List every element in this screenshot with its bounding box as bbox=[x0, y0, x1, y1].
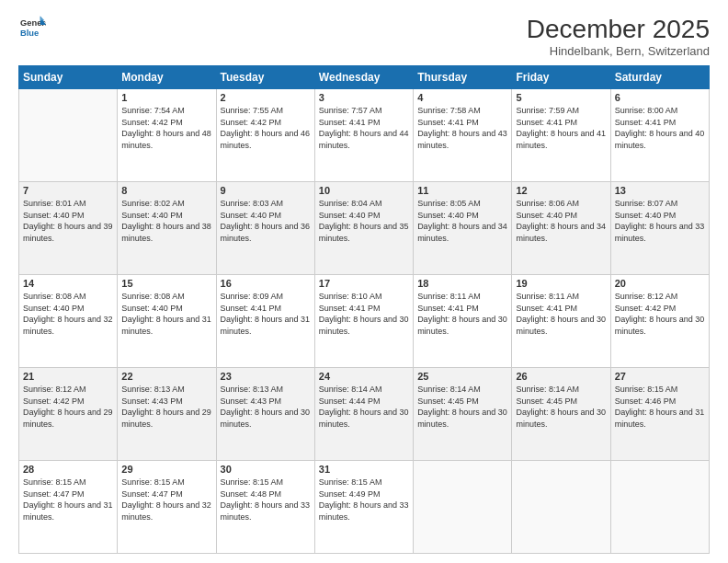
day-number: 10 bbox=[319, 185, 409, 196]
table-row: 10Sunrise: 8:04 AMSunset: 4:40 PMDayligh… bbox=[314, 182, 413, 275]
col-monday: Monday bbox=[118, 66, 216, 89]
calendar-week-row: 21Sunrise: 8:12 AMSunset: 4:42 PMDayligh… bbox=[19, 368, 710, 461]
title-section: December 2025 Hindelbank, Bern, Switzerl… bbox=[527, 15, 710, 58]
table-row: 30Sunrise: 8:15 AMSunset: 4:48 PMDayligh… bbox=[216, 461, 314, 554]
day-number: 19 bbox=[516, 278, 606, 289]
day-info: Sunrise: 8:11 AMSunset: 4:41 PMDaylight:… bbox=[417, 291, 507, 337]
day-number: 3 bbox=[319, 92, 409, 103]
table-row: 21Sunrise: 8:12 AMSunset: 4:42 PMDayligh… bbox=[19, 368, 118, 461]
day-info: Sunrise: 8:10 AMSunset: 4:41 PMDaylight:… bbox=[319, 291, 409, 337]
day-info: Sunrise: 8:01 AMSunset: 4:40 PMDaylight:… bbox=[23, 198, 113, 244]
table-row bbox=[19, 89, 118, 182]
table-row: 5Sunrise: 7:59 AMSunset: 4:41 PMDaylight… bbox=[512, 89, 610, 182]
table-row: 13Sunrise: 8:07 AMSunset: 4:40 PMDayligh… bbox=[610, 182, 709, 275]
day-number: 16 bbox=[221, 278, 311, 289]
table-row bbox=[414, 461, 512, 554]
col-wednesday: Wednesday bbox=[314, 66, 413, 89]
day-number: 2 bbox=[221, 92, 311, 103]
table-row: 4Sunrise: 7:58 AMSunset: 4:41 PMDaylight… bbox=[414, 89, 512, 182]
day-number: 29 bbox=[121, 464, 211, 475]
day-number: 9 bbox=[221, 185, 311, 196]
table-row: 15Sunrise: 8:08 AMSunset: 4:40 PMDayligh… bbox=[118, 275, 216, 368]
table-row bbox=[610, 461, 709, 554]
table-row: 9Sunrise: 8:03 AMSunset: 4:40 PMDaylight… bbox=[216, 182, 314, 275]
calendar-week-row: 28Sunrise: 8:15 AMSunset: 4:47 PMDayligh… bbox=[19, 461, 710, 554]
day-info: Sunrise: 8:15 AMSunset: 4:48 PMDaylight:… bbox=[221, 477, 311, 523]
day-info: Sunrise: 7:58 AMSunset: 4:41 PMDaylight:… bbox=[417, 105, 507, 151]
day-info: Sunrise: 8:04 AMSunset: 4:40 PMDaylight:… bbox=[319, 198, 409, 244]
day-number: 4 bbox=[417, 92, 507, 103]
calendar-week-row: 7Sunrise: 8:01 AMSunset: 4:40 PMDaylight… bbox=[19, 182, 710, 275]
day-number: 26 bbox=[516, 371, 606, 382]
table-row: 2Sunrise: 7:55 AMSunset: 4:42 PMDaylight… bbox=[216, 89, 314, 182]
day-info: Sunrise: 8:02 AMSunset: 4:40 PMDaylight:… bbox=[121, 198, 211, 244]
day-number: 18 bbox=[417, 278, 507, 289]
table-row: 12Sunrise: 8:06 AMSunset: 4:40 PMDayligh… bbox=[512, 182, 610, 275]
day-number: 15 bbox=[121, 278, 211, 289]
table-row: 24Sunrise: 8:14 AMSunset: 4:44 PMDayligh… bbox=[314, 368, 413, 461]
month-title: December 2025 bbox=[527, 15, 710, 44]
day-number: 22 bbox=[121, 371, 211, 382]
day-number: 1 bbox=[121, 92, 211, 103]
day-number: 7 bbox=[23, 185, 113, 196]
day-number: 30 bbox=[221, 464, 311, 475]
day-info: Sunrise: 8:08 AMSunset: 4:40 PMDaylight:… bbox=[121, 291, 211, 337]
table-row: 31Sunrise: 8:15 AMSunset: 4:49 PMDayligh… bbox=[314, 461, 413, 554]
table-row: 29Sunrise: 8:15 AMSunset: 4:47 PMDayligh… bbox=[118, 461, 216, 554]
table-row: 18Sunrise: 8:11 AMSunset: 4:41 PMDayligh… bbox=[414, 275, 512, 368]
table-row: 20Sunrise: 8:12 AMSunset: 4:42 PMDayligh… bbox=[610, 275, 709, 368]
col-tuesday: Tuesday bbox=[216, 66, 314, 89]
day-number: 27 bbox=[615, 371, 705, 382]
day-info: Sunrise: 8:00 AMSunset: 4:41 PMDaylight:… bbox=[615, 105, 705, 151]
day-info: Sunrise: 8:12 AMSunset: 4:42 PMDaylight:… bbox=[615, 291, 705, 337]
table-row bbox=[512, 461, 610, 554]
day-info: Sunrise: 7:54 AMSunset: 4:42 PMDaylight:… bbox=[121, 105, 211, 151]
calendar-week-row: 1Sunrise: 7:54 AMSunset: 4:42 PMDaylight… bbox=[19, 89, 710, 182]
day-number: 6 bbox=[615, 92, 705, 103]
day-info: Sunrise: 8:13 AMSunset: 4:43 PMDaylight:… bbox=[221, 384, 311, 430]
day-number: 20 bbox=[615, 278, 705, 289]
table-row: 7Sunrise: 8:01 AMSunset: 4:40 PMDaylight… bbox=[19, 182, 118, 275]
table-row: 22Sunrise: 8:13 AMSunset: 4:43 PMDayligh… bbox=[118, 368, 216, 461]
day-info: Sunrise: 7:59 AMSunset: 4:41 PMDaylight:… bbox=[516, 105, 606, 151]
calendar: Sunday Monday Tuesday Wednesday Thursday… bbox=[18, 65, 710, 554]
logo-icon: General Blue bbox=[20, 15, 46, 40]
day-number: 17 bbox=[319, 278, 409, 289]
table-row: 16Sunrise: 8:09 AMSunset: 4:41 PMDayligh… bbox=[216, 275, 314, 368]
day-info: Sunrise: 8:09 AMSunset: 4:41 PMDaylight:… bbox=[221, 291, 311, 337]
table-row: 14Sunrise: 8:08 AMSunset: 4:40 PMDayligh… bbox=[19, 275, 118, 368]
day-info: Sunrise: 8:05 AMSunset: 4:40 PMDaylight:… bbox=[417, 198, 507, 244]
day-number: 11 bbox=[417, 185, 507, 196]
day-info: Sunrise: 8:11 AMSunset: 4:41 PMDaylight:… bbox=[516, 291, 606, 337]
day-info: Sunrise: 8:14 AMSunset: 4:44 PMDaylight:… bbox=[319, 384, 409, 430]
day-number: 8 bbox=[121, 185, 211, 196]
table-row: 8Sunrise: 8:02 AMSunset: 4:40 PMDaylight… bbox=[118, 182, 216, 275]
day-number: 13 bbox=[615, 185, 705, 196]
day-number: 31 bbox=[319, 464, 409, 475]
day-info: Sunrise: 8:13 AMSunset: 4:43 PMDaylight:… bbox=[121, 384, 211, 430]
day-number: 28 bbox=[23, 464, 113, 475]
day-info: Sunrise: 8:07 AMSunset: 4:40 PMDaylight:… bbox=[615, 198, 705, 244]
day-info: Sunrise: 8:08 AMSunset: 4:40 PMDaylight:… bbox=[23, 291, 113, 337]
table-row: 28Sunrise: 8:15 AMSunset: 4:47 PMDayligh… bbox=[19, 461, 118, 554]
col-friday: Friday bbox=[512, 66, 610, 89]
table-row: 17Sunrise: 8:10 AMSunset: 4:41 PMDayligh… bbox=[314, 275, 413, 368]
day-info: Sunrise: 8:14 AMSunset: 4:45 PMDaylight:… bbox=[516, 384, 606, 430]
day-info: Sunrise: 8:15 AMSunset: 4:46 PMDaylight:… bbox=[615, 384, 705, 430]
day-info: Sunrise: 8:14 AMSunset: 4:45 PMDaylight:… bbox=[417, 384, 507, 430]
header: General Blue December 2025 Hindelbank, B… bbox=[18, 15, 710, 58]
calendar-header-row: Sunday Monday Tuesday Wednesday Thursday… bbox=[19, 66, 710, 89]
svg-text:Blue: Blue bbox=[20, 29, 39, 38]
table-row: 25Sunrise: 8:14 AMSunset: 4:45 PMDayligh… bbox=[414, 368, 512, 461]
day-number: 25 bbox=[417, 371, 507, 382]
day-number: 12 bbox=[516, 185, 606, 196]
day-info: Sunrise: 8:15 AMSunset: 4:47 PMDaylight:… bbox=[121, 477, 211, 523]
day-info: Sunrise: 8:03 AMSunset: 4:40 PMDaylight:… bbox=[221, 198, 311, 244]
day-info: Sunrise: 8:06 AMSunset: 4:40 PMDaylight:… bbox=[516, 198, 606, 244]
col-thursday: Thursday bbox=[414, 66, 512, 89]
logo: General Blue bbox=[18, 15, 46, 40]
table-row: 27Sunrise: 8:15 AMSunset: 4:46 PMDayligh… bbox=[610, 368, 709, 461]
location: Hindelbank, Bern, Switzerland bbox=[527, 44, 710, 58]
table-row: 3Sunrise: 7:57 AMSunset: 4:41 PMDaylight… bbox=[314, 89, 413, 182]
col-saturday: Saturday bbox=[610, 66, 709, 89]
